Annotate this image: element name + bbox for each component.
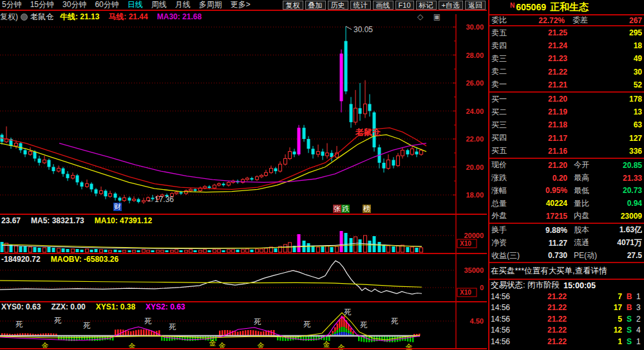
chart-badge[interactable]: 榜: [363, 205, 371, 213]
trade-status-row: 交易状态: 闭市阶段 15:00:05: [489, 280, 644, 291]
ma-legend: 牛线: 21.13马线: 21.44MA30: 21.68: [60, 12, 211, 23]
tx-row: 14:5621.221S1: [489, 336, 644, 347]
svg-text:死: 死: [144, 317, 152, 325]
ask-price: 21.21: [522, 80, 567, 89]
new-stock-flag: N: [510, 2, 515, 9]
bid-row[interactable]: 买一21.20178: [489, 93, 644, 106]
chart-header: 复权) 老鼠仓 牛线: 21.13马线: 21.44MA30: 21.68 ◇ …: [0, 12, 487, 22]
chart-badge[interactable]: 财: [113, 203, 122, 211]
volume-legend: 23.67MA5: 38321.73MA10: 47391.12: [1, 216, 162, 225]
ma-legend-item: MA30: 21.68: [157, 12, 202, 21]
period-tab-4[interactable]: 日线: [128, 0, 143, 10]
bid-levels: 买一21.20178买二21.1913买三21.1863买四21.17127买五…: [489, 93, 644, 158]
stat-value: 0.94: [602, 199, 642, 208]
toolbar-button-4[interactable]: 画线: [373, 1, 393, 10]
svg-text:死: 死: [344, 308, 352, 316]
tx-volume: 7: [567, 292, 622, 301]
chart-badge[interactable]: 张: [333, 205, 341, 213]
bid-row[interactable]: 买三21.1863: [489, 118, 644, 131]
stat-value: 21.33: [602, 174, 642, 183]
ask-row[interactable]: 卖一21.2152: [489, 78, 644, 91]
svg-text:死: 死: [15, 320, 23, 328]
stock-name: 正和生态: [550, 1, 589, 14]
period-tab-0[interactable]: 5分钟: [2, 0, 22, 10]
toolbar-button-0[interactable]: 复权: [283, 1, 303, 10]
svg-text:4.50: 4.50: [470, 317, 484, 325]
adjust-mode-label[interactable]: 复权): [0, 12, 18, 23]
period-tab-7[interactable]: 多周期: [199, 0, 222, 10]
period-tab-8[interactable]: 更多>: [231, 0, 251, 10]
bid-row[interactable]: 买二21.1913: [489, 106, 644, 118]
chart-view-icons[interactable]: ◇ ▣: [417, 12, 444, 21]
svg-text:金: 金: [323, 340, 330, 348]
transaction-list[interactable]: 14:5621.227B114:5621.2217B314:5621.225S2…: [489, 291, 644, 347]
top-toolbar: 5分钟15分钟30分钟60分钟日线周线月线多周期更多> 复权叠加历史统计画线F1…: [0, 0, 487, 11]
stat-label: 总量: [491, 198, 525, 209]
stat-label: 涨幅: [491, 185, 525, 196]
tx-row: 14:5621.2212S4: [489, 324, 644, 335]
toolbar-button-6[interactable]: 标记: [416, 1, 437, 10]
stat-label: 外盘: [491, 210, 525, 221]
toolbar-buttons: 复权叠加历史统计画线F10标记+自选返回: [283, 1, 487, 10]
svg-text:22.00: 22.00: [466, 135, 484, 143]
stat-label: 现价: [491, 160, 525, 170]
bid-row[interactable]: 买五21.16336: [489, 145, 644, 158]
ask-row[interactable]: 卖四21.2418: [489, 39, 644, 52]
tx-extra: 3: [636, 303, 643, 312]
tx-time: 14:56: [491, 337, 522, 346]
toolbar-button-5[interactable]: F10: [395, 1, 414, 10]
toolbar-button-7[interactable]: +自选: [439, 1, 463, 10]
tx-side: S: [622, 315, 636, 324]
bid-row[interactable]: 买四21.17127: [489, 132, 644, 145]
toolbar-button-8[interactable]: 返回: [465, 1, 486, 10]
ask-label: 卖四: [491, 41, 522, 51]
bid-price: 21.16: [522, 147, 567, 156]
svg-text:35000: 35000: [464, 266, 484, 274]
svg-text:X10: X10: [460, 289, 471, 296]
stat-label: 收益(三): [491, 250, 525, 261]
ask-row[interactable]: 卖五21.25295: [489, 26, 644, 39]
period-tab-5[interactable]: 周线: [151, 0, 167, 10]
period-tab-3[interactable]: 60分钟: [95, 0, 118, 10]
bid-price: 21.19: [522, 107, 567, 116]
toolbar-button-1[interactable]: 叠加: [305, 1, 326, 10]
quote-stats: 现价21.20今开20.85涨跌0.20最高21.33涨幅0.95%最低20.7…: [489, 159, 644, 223]
bid-label: 买三: [491, 120, 522, 131]
indicator-legend-item: XYS2: 0.63: [146, 302, 185, 311]
bid-label: 买一: [491, 94, 522, 105]
stat-value: 11.27: [525, 239, 567, 248]
period-tab-1[interactable]: 15分钟: [30, 0, 54, 10]
ask-price: 21.24: [522, 41, 567, 50]
svg-text:20000: 20000: [464, 232, 484, 239]
ask-row[interactable]: 卖二21.2230: [489, 66, 644, 78]
svg-text:28.00: 28.00: [466, 51, 484, 59]
ask-volume: 18: [567, 41, 642, 50]
chart-badge[interactable]: 跌: [341, 205, 350, 213]
period-tab-6[interactable]: 月线: [175, 0, 191, 10]
indicator-dropdown-icon[interactable]: [21, 14, 28, 21]
toolbar-button-3[interactable]: 统计: [350, 1, 371, 10]
charts-canvas: 30.0028.0026.0024.0022.0020.0018.0030.05…: [0, 0, 487, 350]
bid-label: 买四: [491, 133, 522, 143]
indicator-name[interactable]: 老鼠仓: [30, 12, 53, 23]
ask-label: 卖一: [491, 79, 522, 90]
big-order-alert-link[interactable]: 在买盘***位置有大买单,查看详情: [489, 263, 644, 279]
ask-row[interactable]: 卖三21.2349: [489, 52, 644, 65]
grid: 30.0028.0026.0024.0022.0020.0018.00: [0, 23, 484, 199]
tx-time: 14:56: [491, 292, 522, 301]
weicha-label: 委差: [573, 15, 601, 26]
period-tab-2[interactable]: 30分钟: [62, 0, 86, 10]
stat-row: 涨跌0.20最高21.33: [489, 172, 644, 185]
ma-legend-item: 牛线: 21.13: [60, 12, 99, 21]
toolbar-button-2[interactable]: 历史: [328, 1, 348, 10]
stat-label: 股本: [574, 225, 602, 235]
stat-value: 1.63亿: [602, 225, 642, 235]
tx-row: 14:5621.227B1: [489, 291, 644, 302]
stat-row: 净资11.27流通4071万: [489, 237, 644, 250]
stat-value: 23009: [602, 212, 642, 221]
stat-value: 40224: [525, 199, 567, 208]
ma-legend-item: 马线: 21.44: [108, 12, 147, 21]
ma-lines: 30.05←17.36: [0, 25, 426, 204]
stat-label: 内盘: [574, 210, 602, 221]
ask-levels: 卖五21.25295卖四21.2418卖三21.2349卖二21.2230卖一2…: [489, 26, 644, 91]
